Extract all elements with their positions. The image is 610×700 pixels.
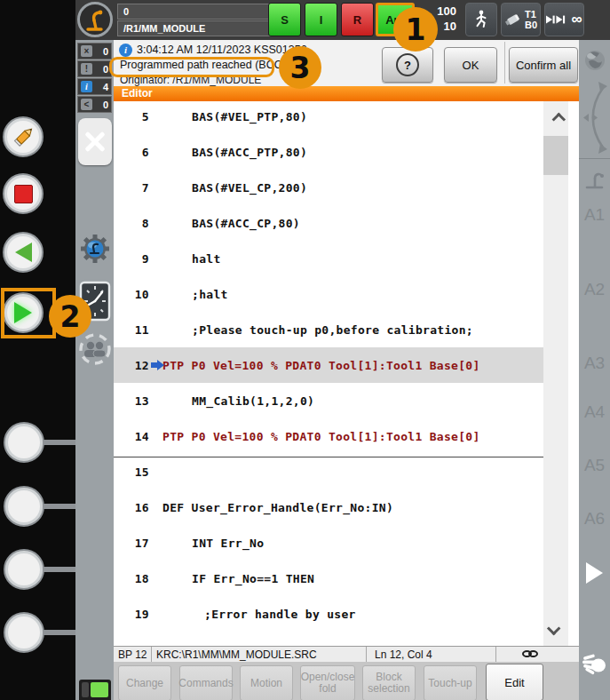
message-counter-row[interactable]: ×0 xyxy=(77,43,112,60)
code-line-7[interactable]: 7BAS(#VEL_CP,200) xyxy=(114,170,543,205)
message-timestamp: 3:04:12 AM 12/11/2023 KSS01356 xyxy=(137,44,307,56)
line-number: 16 xyxy=(114,501,149,514)
softkey-touch-up[interactable]: Touch-up xyxy=(424,665,477,700)
tool-base-button[interactable]: T1 B0 xyxy=(501,3,541,36)
line-text: BAS(#VEL_PTP,80) xyxy=(192,110,307,123)
softkey-change[interactable]: Change xyxy=(118,665,171,700)
confirm-all-button[interactable]: Confirm all xyxy=(509,47,578,83)
code-line-13[interactable]: 13MM_Calib(1,1,2,0) xyxy=(114,383,543,418)
code-line-6[interactable]: 6BAS(#ACC_PTP,80) xyxy=(114,134,543,170)
stop-icon xyxy=(14,185,33,203)
jog-arc-icon xyxy=(582,80,608,155)
line-number: 8 xyxy=(114,217,149,230)
code-line-19[interactable]: 19;Error handle by user xyxy=(114,596,543,632)
code-line-10[interactable]: 10;halt xyxy=(114,276,543,312)
code-line-12[interactable]: 12PTP P0 Vel=100 % PDAT0 Tool[1]:Tool1 B… xyxy=(114,347,543,383)
code-line-15[interactable]: 15 xyxy=(114,454,543,489)
settings-button[interactable] xyxy=(77,229,113,268)
language-button[interactable] xyxy=(579,49,610,72)
sidebar-divider xyxy=(579,158,610,159)
line-text: ;Error handle by user xyxy=(204,608,356,621)
softkey-edit[interactable]: Edit xyxy=(486,664,543,700)
softkey-motion[interactable]: Motion xyxy=(240,665,293,700)
increment-mode-button[interactable]: ∞ xyxy=(544,3,584,36)
user-group-button[interactable] xyxy=(77,330,113,369)
ok-button[interactable]: OK xyxy=(444,47,497,83)
close-button[interactable] xyxy=(78,118,112,165)
code-line-16[interactable]: 16DEF User_Error_Handle(Err_No:IN) xyxy=(114,489,543,525)
code-line-5[interactable]: 5BAS(#VEL_PTP,80) xyxy=(114,101,543,134)
stop-button[interactable] xyxy=(3,173,44,214)
axis-label-a3: A3 xyxy=(579,354,610,373)
cursor-position: Ln 12, Col 4 xyxy=(375,648,432,662)
jog-mode-button[interactable] xyxy=(465,3,497,36)
right-sidebar: A1A2A3A4A5A6 xyxy=(579,40,610,700)
line-number: 12 xyxy=(114,359,149,372)
ack-icon: < xyxy=(81,99,92,110)
scrollbar-thumb[interactable] xyxy=(543,136,568,175)
code-line-18[interactable]: 18IF Err_No==1 THEN xyxy=(114,561,543,596)
code-lines: 5BAS(#VEL_PTP,80)6BAS(#ACC_PTP,80)7BAS(#… xyxy=(114,101,543,646)
block-pointer: BP 12 xyxy=(118,648,147,662)
vertical-scrollbar[interactable] xyxy=(543,101,568,646)
users-icon xyxy=(77,330,113,369)
message-counter-row[interactable]: i4 xyxy=(77,78,112,95)
base-number: B0 xyxy=(525,20,537,30)
sidebar-play-icon[interactable] xyxy=(586,562,603,584)
robot-status-icon[interactable] xyxy=(77,2,113,37)
message-counter-row[interactable]: <0 xyxy=(77,96,112,113)
program-counter-field[interactable]: 0 xyxy=(117,4,272,20)
axis-label-a1: A1 xyxy=(579,205,610,225)
help-button[interactable]: ? xyxy=(382,47,433,83)
edit-pencil-button[interactable] xyxy=(3,116,44,157)
run-backward-button[interactable] xyxy=(3,232,44,273)
globe-icon xyxy=(583,49,606,72)
status-key-2[interactable] xyxy=(4,486,44,527)
message-counter-row[interactable]: !0 xyxy=(77,60,112,77)
softkey-block-selection[interactable]: Block selection xyxy=(362,665,416,700)
status-key-stem xyxy=(43,504,78,509)
annotation-step-1: 1 xyxy=(393,7,438,52)
code-line-17[interactable]: 17INT Err_No xyxy=(114,525,543,561)
softkey-commands[interactable]: Commands xyxy=(179,665,233,700)
status-key-4[interactable] xyxy=(4,612,44,653)
code-line-9[interactable]: 9halt xyxy=(114,241,543,276)
info-icon: i xyxy=(119,44,132,57)
keyboard-toggle[interactable] xyxy=(79,680,111,700)
axis-label-a6: A6 xyxy=(579,509,610,529)
line-number: 10 xyxy=(114,288,149,301)
annotation-step-3: 3 xyxy=(279,46,321,89)
line-text: PTP P0 Vel=100 % PDAT0 Tool[1]:Tool1 Bas… xyxy=(162,359,480,372)
kuka-smartpad-screen: 0 /R1/MM_MODULE SIRAut 100 10 T1 xyxy=(0,0,610,700)
warning-icon: ! xyxy=(81,63,92,75)
axis-label-a2: A2 xyxy=(579,280,610,299)
status-key-drives[interactable]: I xyxy=(305,3,337,36)
left-toolbar: ×0!0i4<0 xyxy=(75,40,114,700)
code-editor[interactable]: 5BAS(#VEL_PTP,80)6BAS(#ACC_PTP,80)7BAS(#… xyxy=(114,101,579,646)
status-key-submit-interpreter[interactable]: S xyxy=(268,3,301,36)
line-number: 17 xyxy=(114,537,149,550)
question-mark-icon: ? xyxy=(396,53,419,76)
program-pointer-icon xyxy=(151,360,164,370)
scroll-up-button[interactable] xyxy=(543,101,568,137)
code-line-20[interactable]: 20HALT xyxy=(114,632,543,646)
line-text: DEF User_Error_Handle(Err_No:IN) xyxy=(162,501,393,514)
robot-jog-button[interactable] xyxy=(579,166,610,190)
code-line-8[interactable]: 8BAS(#ACC_CP,80) xyxy=(114,205,543,241)
line-text: PTP P0 Vel=100 % PDAT0 Tool[1]:Tool1 Bas… xyxy=(162,430,480,443)
softkey-open-close-fold[interactable]: Open/close fold xyxy=(300,665,355,700)
reposition-control[interactable] xyxy=(579,80,610,155)
module-path-field[interactable]: /R1/MM_MODULE xyxy=(117,20,272,36)
keyboard-key-green xyxy=(91,682,108,697)
link-icon xyxy=(522,650,538,657)
hand-guide-button[interactable] xyxy=(579,653,610,675)
status-key-1[interactable] xyxy=(4,422,44,463)
chevron-up-icon xyxy=(551,112,566,126)
gear-robot-icon xyxy=(77,229,113,268)
status-key-3[interactable] xyxy=(4,549,44,590)
code-line-11[interactable]: 11;Please touch-up p0,before calibration… xyxy=(114,312,543,347)
status-key-robot-interpreter[interactable]: R xyxy=(341,3,374,36)
code-line-14[interactable]: 14PTP P0 Vel=100 % PDAT0 Tool[1]:Tool1 B… xyxy=(114,418,543,454)
annotation-box-message xyxy=(109,57,274,77)
scroll-down-button[interactable] xyxy=(543,610,568,646)
